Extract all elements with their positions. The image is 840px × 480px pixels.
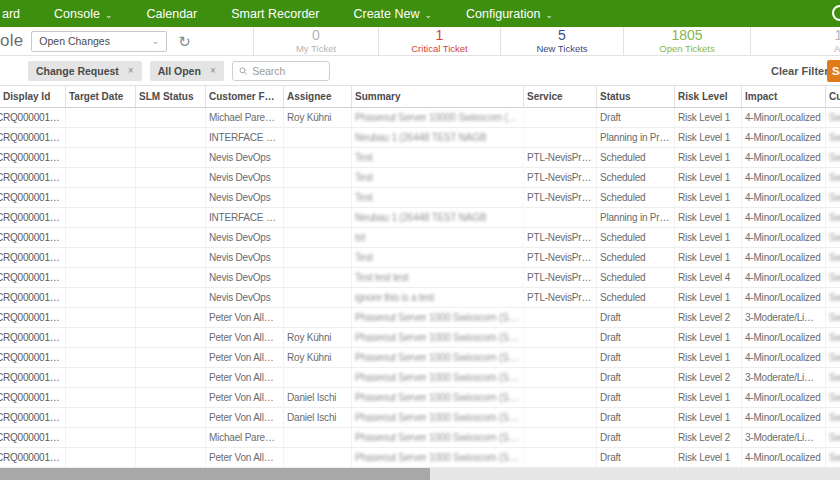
table-row[interactable]: CRQ000001348227Nevis DevOpsTest test tes… (0, 268, 840, 288)
save-button[interactable]: Save (827, 60, 840, 82)
cell-service (524, 368, 597, 387)
table-row[interactable]: CRQ000001348222Peter Von AllmenPhaseout … (0, 368, 840, 388)
cell-status: Scheduled (597, 168, 675, 187)
cell-impact: 4-Minor/Localized (742, 248, 826, 267)
cell-status: Scheduled (597, 268, 675, 287)
cell-target (66, 268, 136, 287)
nav-item-smart-recorder[interactable]: Smart Recorder (231, 7, 319, 21)
cell-summary: Test (352, 168, 524, 187)
cell-custco: Swisscom (826, 168, 840, 187)
counter-my-ticket[interactable]: 0My Ticket (253, 27, 378, 55)
close-icon[interactable]: × (128, 65, 134, 76)
cell-target (66, 328, 136, 347)
clear-filters-button[interactable]: Clear Filters (771, 65, 835, 77)
table-row[interactable]: CRQ000001348220Peter Von AllmenDaniel Is… (0, 408, 840, 428)
counter-value: 5 (558, 28, 566, 43)
filter-chip-label: All Open (158, 65, 201, 77)
cell-id: CRQ000001348224 (0, 328, 66, 347)
change-request-grid: Display IdTarget DateSLM StatusCustomer … (0, 86, 840, 468)
column-header-service[interactable]: Service (524, 86, 597, 107)
nav-item-console[interactable]: Console⌄ (54, 7, 112, 21)
table-row[interactable]: CRQ000001348237INTERFACE USER INTNeubau … (0, 128, 840, 148)
search-icon[interactable] (832, 5, 840, 21)
column-header-slm[interactable]: SLM Status (136, 86, 206, 107)
cell-assignee (284, 268, 352, 287)
table-row[interactable]: CRQ000001348221Peter Von AllmenDaniel Is… (0, 388, 840, 408)
nav-item-label: ard (2, 7, 20, 21)
horizontal-scrollbar[interactable] (0, 468, 840, 480)
cell-status: Draft (597, 348, 675, 367)
cell-custco: Swisscom (826, 288, 840, 307)
nav-item-label: Calendar (147, 7, 198, 21)
close-icon[interactable]: × (210, 65, 216, 76)
cell-service: PTL-NevisProxy (524, 228, 597, 247)
column-header-id[interactable]: Display Id (0, 86, 66, 107)
table-row[interactable]: CRQ000001348224Peter Von AllmenRoy Kühni… (0, 328, 840, 348)
table-row[interactable]: CRQ000001348230INTERFACE USER INTNeubau … (0, 208, 840, 228)
filter-chip-change-request[interactable]: Change Request× (28, 61, 142, 81)
cell-customer: Peter Von Allmen (206, 368, 284, 387)
table-row[interactable]: CRQ000001348229Nevis DevOpststPTL-NevisP… (0, 228, 840, 248)
cell-impact: 3-Moderate/Limited (742, 308, 826, 327)
table-row[interactable]: CRQ000001348218Peter Von AllmenPhaseout … (0, 448, 840, 468)
chevron-down-icon: ⌄ (152, 36, 160, 46)
cell-custco: Swisscom (826, 208, 840, 227)
column-header-target[interactable]: Target Date (66, 86, 136, 107)
column-header-assignee[interactable]: Assignee (284, 86, 352, 107)
cell-customer: Peter Von Allmen (206, 328, 284, 347)
cell-id: CRQ000001348230 (0, 208, 66, 227)
view-selector-dropdown[interactable]: Open Changes ⌄ (31, 31, 167, 52)
cell-summary: tst (352, 228, 524, 247)
filter-chip-label: Change Request (36, 65, 119, 77)
counter-label: My Ticket (296, 43, 336, 54)
scrollbar-thumb[interactable] (0, 468, 430, 480)
column-header-impact[interactable]: Impact (742, 86, 826, 107)
counter-new-tickets[interactable]: 5New Tickets (500, 27, 623, 55)
counter-all-tickets[interactable]: 1All Tickets (750, 27, 840, 55)
cell-slm (136, 428, 206, 447)
table-row[interactable]: CRQ000001348219Michael ParedesPhaseout S… (0, 428, 840, 448)
column-header-custco[interactable]: Customer Company (826, 86, 840, 107)
top-navbar: ardConsole⌄CalendarSmart RecorderCreate … (0, 0, 840, 27)
counter-open-tickets[interactable]: 1805Open Tickets (623, 27, 750, 55)
table-row[interactable]: CRQ000001348223Peter Von AllmenRoy Kühni… (0, 348, 840, 368)
column-header-status[interactable]: Status (597, 86, 675, 107)
nav-item-configuration[interactable]: Configuration⌄ (466, 7, 553, 21)
nav-item-ard[interactable]: ard (2, 7, 20, 21)
cell-custco: Swisscom (826, 248, 840, 267)
nav-item-label: Console (54, 7, 100, 21)
table-row[interactable]: CRQ000001348238Michael ParedesRoy KühniP… (0, 108, 840, 128)
nav-item-calendar[interactable]: Calendar (147, 7, 198, 21)
cell-summary: Phaseout Server 1000 Swisscom (Schweiz) … (352, 328, 524, 347)
cell-service (524, 128, 597, 147)
cell-service: PTL-NevisProxy (524, 288, 597, 307)
refresh-icon[interactable]: ↻ (178, 34, 191, 49)
cell-assignee (284, 448, 352, 467)
column-header-summary[interactable]: Summary (352, 86, 524, 107)
chevron-down-icon: ⌄ (545, 10, 553, 20)
cell-summary: Test (352, 148, 524, 167)
cell-id: CRQ000001348236 (0, 148, 66, 167)
cell-assignee: Roy Kühni (284, 108, 352, 127)
table-row[interactable]: CRQ000001348228Nevis DevOpsTestPTL-Nevis… (0, 248, 840, 268)
table-row[interactable]: CRQ000001348234Nevis DevOpsTestPTL-Nevis… (0, 168, 840, 188)
cell-target (66, 168, 136, 187)
table-row[interactable]: CRQ000001348231Nevis DevOpsTestPTL-Nevis… (0, 188, 840, 208)
table-row[interactable]: CRQ000001348226Nevis DevOpsignore this i… (0, 288, 840, 308)
filter-chip-all-open[interactable]: All Open× (150, 61, 224, 81)
cell-service: PTL-NevisProxy (524, 148, 597, 167)
column-header-customer[interactable]: Customer Full Name (206, 86, 284, 107)
counter-critical-ticket[interactable]: 1Critical Ticket (378, 27, 500, 55)
cell-id: CRQ000001348228 (0, 248, 66, 267)
cell-id: CRQ000001348231 (0, 188, 66, 207)
cell-slm (136, 328, 206, 347)
table-row[interactable]: CRQ000001348236Nevis DevOpsTestPTL-Nevis… (0, 148, 840, 168)
cell-slm (136, 208, 206, 227)
column-header-risk[interactable]: Risk Level (675, 86, 742, 107)
table-row[interactable]: CRQ000001348225Peter Von AllmenPhaseout … (0, 308, 840, 328)
cell-custco: Swisscom (826, 148, 840, 167)
cell-impact: 4-Minor/Localized (742, 348, 826, 367)
cell-id: CRQ000001348234 (0, 168, 66, 187)
nav-item-create-new[interactable]: Create New⌄ (353, 7, 432, 21)
search-input[interactable] (252, 65, 323, 77)
